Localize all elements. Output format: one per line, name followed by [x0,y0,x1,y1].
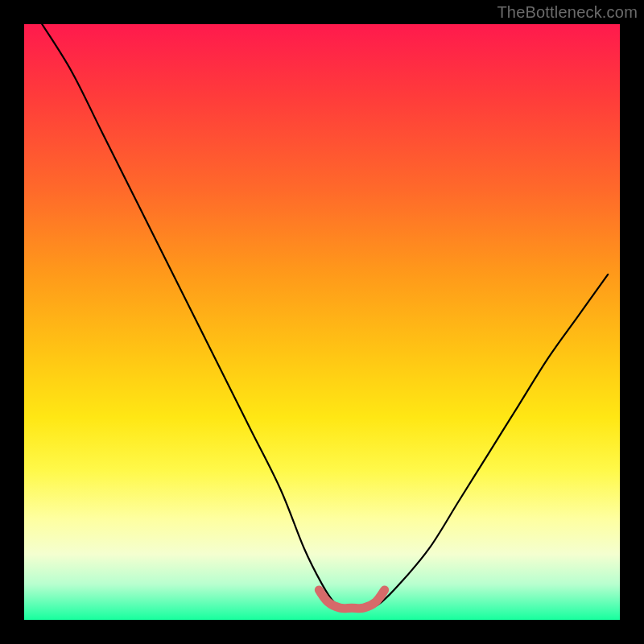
optimal-range-marker [319,590,384,609]
watermark-text: TheBottleneck.com [497,3,638,22]
bottleneck-curve [42,24,608,609]
plot-area [24,24,620,620]
chart-svg [24,24,620,620]
chart-frame: TheBottleneck.com [0,0,644,644]
